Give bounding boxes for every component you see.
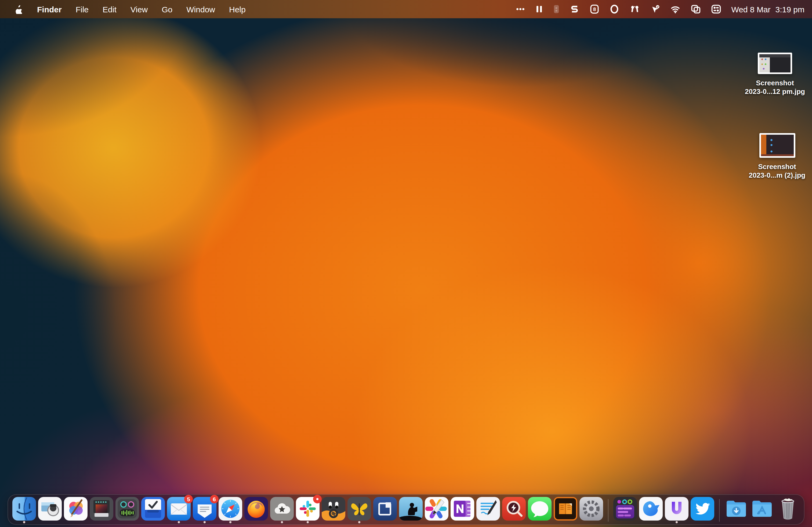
desktop-file-screenshot-1[interactable]: Screenshot 2023-0...12 pm.jpg	[743, 52, 807, 96]
control-center-icon[interactable]	[711, 4, 721, 14]
menu-bar-clock[interactable]: Wed 8 Mar 3:19 pm	[731, 4, 804, 14]
dock-item-window-manager-app[interactable]	[373, 496, 397, 523]
dock-item-messages[interactable]	[528, 496, 552, 523]
running-indicator	[281, 521, 283, 523]
file-label: Screenshot 2023-0...m (2).jpg	[749, 163, 806, 180]
dock-item-audio-robot-app[interactable]	[115, 496, 139, 523]
dock-item-mail[interactable]: 5	[167, 496, 191, 523]
dock-item-u-launcher-app[interactable]	[665, 496, 688, 523]
dock-item-purple-tasks-app[interactable]	[613, 496, 637, 523]
dock-item-things[interactable]	[141, 496, 165, 523]
file-label-line1: Screenshot	[745, 79, 805, 88]
dock-item-highlights[interactable]	[425, 496, 448, 523]
menu-view[interactable]: View	[124, 4, 155, 14]
menu-edit[interactable]: Edit	[96, 4, 124, 14]
file-label-line2: 2023-0...12 pm.jpg	[745, 88, 805, 96]
running-indicator	[204, 521, 206, 523]
dock-item-downloads-folder[interactable]	[724, 496, 748, 523]
dock-item-ulysses[interactable]	[347, 496, 371, 523]
clock-time: 3:19 pm	[775, 4, 804, 14]
file-label-line2: 2023-0...m (2).jpg	[749, 171, 806, 180]
menu-bar: Finder File Edit View Go Window Help 8	[0, 0, 812, 18]
running-indicator	[23, 521, 25, 523]
running-indicator	[178, 521, 180, 523]
menu-bar-status: 8 Wed 8 Mar 3:19 pm	[515, 4, 812, 14]
dock-item-finder[interactable]	[12, 496, 36, 523]
desktop-file-screenshot-2[interactable]: Screenshot 2023-0...m (2).jpg	[745, 133, 809, 180]
dock-item-capture-loupe-app[interactable]	[502, 496, 526, 523]
file-thumbnail	[758, 52, 792, 74]
running-indicator	[229, 521, 231, 523]
screen-mirroring-icon[interactable]	[690, 4, 700, 14]
file-label: Screenshot 2023-0...12 pm.jpg	[745, 79, 805, 96]
dock-item-onenote[interactable]	[451, 496, 474, 523]
dock-item-blue-bird-app[interactable]	[639, 496, 663, 523]
dock-item-system-settings[interactable]	[579, 496, 603, 523]
dock-separator	[608, 499, 608, 522]
location-check-icon[interactable]	[650, 4, 660, 14]
desktop-wallpaper	[0, 0, 812, 527]
dock-item-printer-photo-app[interactable]	[90, 496, 113, 523]
menu-help[interactable]: Help	[222, 4, 253, 14]
device-status-icon[interactable]	[553, 4, 559, 14]
dock: 5 6	[8, 494, 804, 525]
ring-icon[interactable]	[609, 4, 619, 14]
dock-item-ebook-reader-app[interactable]	[554, 496, 577, 523]
menu-bar-left: Finder File Edit View Go Window Help	[0, 4, 253, 14]
menu-app-name[interactable]: Finder	[30, 4, 69, 14]
running-indicator	[358, 521, 360, 523]
dock-item-trash[interactable]	[776, 496, 800, 523]
dock-item-twitter[interactable]	[691, 496, 714, 523]
file-thumbnail	[759, 133, 795, 158]
menu-go[interactable]: Go	[155, 4, 179, 14]
calendar-8-icon[interactable]: 8	[590, 4, 599, 14]
running-indicator	[676, 521, 678, 523]
dock-item-applications-folder[interactable]	[750, 496, 774, 523]
menu-file[interactable]: File	[69, 4, 96, 14]
dock-item-spark[interactable]: 6	[193, 496, 216, 523]
dock-item-cloud-star-app[interactable]	[270, 496, 294, 523]
dock-item-kindle[interactable]	[399, 496, 423, 523]
dock-separator	[719, 499, 720, 522]
more-status-icon[interactable]	[515, 4, 525, 14]
mail-badge: 5	[184, 495, 193, 503]
dock-item-safari[interactable]	[219, 496, 242, 523]
running-indicator	[307, 521, 309, 523]
pause-icon[interactable]	[535, 4, 543, 14]
clock-date: Wed 8 Mar	[731, 4, 770, 14]
apple-menu[interactable]	[6, 4, 30, 14]
dock-item-pixelmator[interactable]	[64, 496, 88, 523]
file-label-line1: Screenshot	[749, 163, 806, 171]
dock-item-slack[interactable]	[296, 496, 320, 523]
slack-badge	[313, 495, 322, 503]
dock-item-camera-robot-app[interactable]	[322, 496, 345, 523]
dock-item-preview[interactable]	[38, 496, 62, 523]
dock-item-firefox[interactable]	[244, 496, 268, 523]
spark-badge: 6	[210, 495, 219, 503]
stage-s-icon[interactable]	[569, 4, 579, 14]
menu-window[interactable]: Window	[179, 4, 222, 14]
desktop-screen: Finder File Edit View Go Window Help 8	[0, 0, 812, 527]
wifi-icon[interactable]	[670, 4, 680, 14]
apple-logo-icon	[14, 4, 23, 14]
airpods-icon[interactable]	[629, 4, 640, 14]
status-badge-8-text: 8	[593, 6, 596, 12]
dock-item-notability[interactable]	[476, 496, 500, 523]
